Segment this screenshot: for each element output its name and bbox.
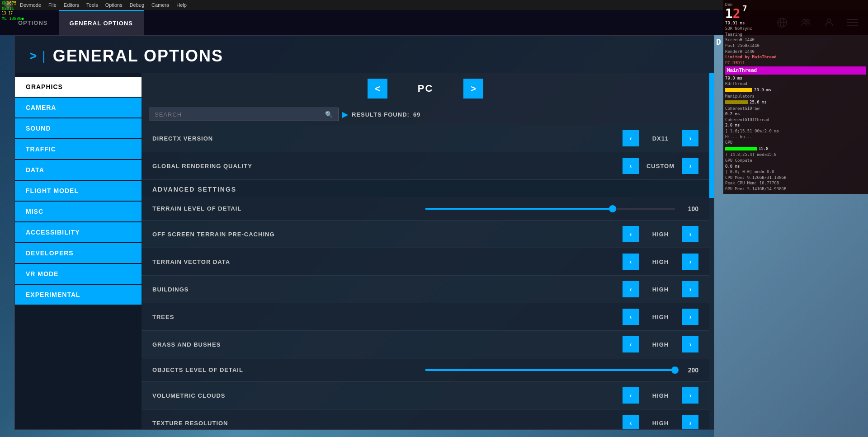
buildings-control: ‹ HIGH › bbox=[623, 281, 698, 297]
texture-label: TEXTURE RESOLUTION bbox=[152, 420, 623, 427]
setting-row-grass: GRASS AND BUSHES ‹ HIGH › bbox=[142, 331, 709, 358]
nav-tab-general-options[interactable]: GENERAL OPTIONS bbox=[59, 10, 144, 35]
scrollbar[interactable] bbox=[709, 73, 714, 429]
setting-row-rendering: GLOBAL RENDERING QUALITY ‹ CUSTOM › bbox=[142, 152, 709, 180]
offscreen-terrain-value: HIGH bbox=[642, 231, 679, 238]
objects-lod-slider-wrap[interactable]: 200 bbox=[425, 367, 698, 374]
objects-lod-value: 200 bbox=[680, 367, 698, 374]
buildings-value: HIGH bbox=[642, 286, 679, 293]
texture-control: ‹ HIGH › bbox=[623, 415, 698, 429]
terrain-lod-label: TERRAIN LEVEL OF DETAIL bbox=[152, 205, 425, 212]
terrain-lod-value: 100 bbox=[680, 205, 698, 212]
menu-editors[interactable]: Editors bbox=[64, 2, 79, 8]
sidebar-item-accessibility[interactable]: ACCESSIBILITY bbox=[15, 222, 142, 242]
svg-point-0 bbox=[5, 2, 11, 8]
perf-overlay: Den 12 7 79.01 ms SDR NoVsync Tearing Sc… bbox=[723, 0, 868, 194]
sidebar-item-vr-mode[interactable]: VR MODE bbox=[15, 264, 142, 284]
clouds-prev-btn[interactable]: ‹ bbox=[623, 387, 639, 404]
menu-devmode[interactable]: Devmode bbox=[20, 2, 41, 8]
terrain-vector-label: TERRAIN VECTOR DATA bbox=[152, 258, 623, 265]
terrain-vector-control: ‹ HIGH › bbox=[623, 254, 698, 270]
grass-control: ‹ HIGH › bbox=[623, 336, 698, 352]
panel-body: GRAPHICS CAMERA SOUND TRAFFIC DATA FLIGH… bbox=[15, 73, 714, 429]
trees-label: TREES bbox=[152, 314, 623, 320]
sidebar-item-data[interactable]: DATA bbox=[15, 160, 142, 180]
results-count: 69 bbox=[413, 111, 420, 118]
directx-control: ‹ DX11 › bbox=[623, 130, 698, 146]
grass-value: HIGH bbox=[642, 341, 679, 348]
setting-row-directx: DIRECTX VERSION ‹ DX11 › bbox=[142, 125, 709, 152]
menu-debug[interactable]: Debug bbox=[130, 2, 144, 8]
nav-tab-options[interactable]: OPTIONS bbox=[7, 10, 59, 35]
clouds-label: VOLUMETRIC CLOUDS bbox=[152, 392, 623, 399]
menu-camera[interactable]: Camera bbox=[151, 2, 169, 8]
sidebar-item-graphics[interactable]: GRAPHICS bbox=[15, 77, 142, 97]
sidebar-item-flight-model[interactable]: FLIGHT MODEL bbox=[15, 181, 142, 201]
buildings-prev-btn[interactable]: ‹ bbox=[623, 281, 639, 297]
sidebar-item-sound[interactable]: SOUND bbox=[15, 118, 142, 138]
platform-prev-btn[interactable]: < bbox=[368, 79, 387, 99]
clouds-next-btn[interactable]: › bbox=[682, 387, 698, 404]
objects-lod-track[interactable] bbox=[425, 369, 675, 371]
menu-help[interactable]: Help bbox=[176, 2, 187, 8]
setting-row-buildings: BUILDINGS ‹ HIGH › bbox=[142, 276, 709, 303]
sidebar-item-misc[interactable]: MISC bbox=[15, 202, 142, 221]
rendering-next-btn[interactable]: › bbox=[682, 158, 698, 174]
rendering-prev-btn[interactable]: ‹ bbox=[623, 158, 639, 174]
setting-row-texture: TEXTURE RESOLUTION ‹ HIGH › bbox=[142, 409, 709, 429]
sidebar-item-camera[interactable]: CAMERA bbox=[15, 98, 142, 117]
trees-value: HIGH bbox=[642, 314, 679, 320]
sidebar: GRAPHICS CAMERA SOUND TRAFFIC DATA FLIGH… bbox=[15, 73, 142, 429]
terrain-lod-track[interactable] bbox=[425, 208, 675, 210]
offscreen-terrain-next-btn[interactable]: › bbox=[682, 226, 698, 242]
trees-prev-btn[interactable]: ‹ bbox=[623, 309, 639, 325]
results-label: RESULTS FOUND: bbox=[352, 111, 410, 118]
app-logo bbox=[4, 0, 13, 9]
setting-row-terrain-lod: TERRAIN LEVEL OF DETAIL 100 bbox=[142, 197, 709, 221]
trees-control: ‹ HIGH › bbox=[623, 309, 698, 325]
sidebar-item-experimental[interactable]: EXPERIMENTAL bbox=[15, 285, 142, 305]
setting-row-objects-lod: OBJECTS LEVEL OF DETAIL 200 bbox=[142, 358, 709, 382]
settings-list[interactable]: DIRECTX VERSION ‹ DX11 › GLOBAL RENDERIN… bbox=[142, 125, 709, 429]
clouds-control: ‹ HIGH › bbox=[623, 387, 698, 404]
grass-next-btn[interactable]: › bbox=[682, 336, 698, 352]
terrain-vector-next-btn[interactable]: › bbox=[682, 254, 698, 270]
sidebar-item-developers[interactable]: DEVELOPERS bbox=[15, 243, 142, 263]
main-content: > | GENERAL OPTIONS GRAPHICS CAMERA SOUN… bbox=[14, 35, 714, 430]
search-input[interactable] bbox=[155, 111, 321, 118]
trees-next-btn[interactable]: › bbox=[682, 309, 698, 325]
objects-lod-label: OBJECTS LEVEL OF DETAIL bbox=[152, 367, 425, 373]
advanced-label: ADVANCED SETTINGS bbox=[152, 186, 236, 193]
texture-next-btn[interactable]: › bbox=[682, 415, 698, 429]
platform-name: PC bbox=[398, 83, 453, 94]
grass-prev-btn[interactable]: ‹ bbox=[623, 336, 639, 352]
platform-selector: < PC > bbox=[142, 73, 709, 104]
scrollbar-thumb[interactable] bbox=[709, 73, 714, 198]
texture-prev-btn[interactable]: ‹ bbox=[623, 415, 639, 429]
rendering-label: GLOBAL RENDERING QUALITY bbox=[152, 163, 623, 169]
menu-options[interactable]: Options bbox=[105, 2, 123, 8]
terrain-vector-prev-btn[interactable]: ‹ bbox=[623, 254, 639, 270]
settings-panel: < PC > 🔍 ▶ RESULTS FOUND: 69 bbox=[142, 73, 709, 429]
search-input-wrap[interactable]: 🔍 bbox=[149, 108, 339, 121]
offscreen-terrain-prev-btn[interactable]: ‹ bbox=[623, 226, 639, 242]
offscreen-terrain-control: ‹ HIGH › bbox=[623, 226, 698, 242]
menu-file[interactable]: File bbox=[48, 2, 57, 8]
setting-row-trees: TREES ‹ HIGH › bbox=[142, 303, 709, 331]
terrain-lod-slider-wrap[interactable]: 100 bbox=[425, 205, 698, 212]
results-arrow: ▶ bbox=[342, 110, 348, 119]
offscreen-terrain-label: OFF SCREEN TERRAIN PRE-CACHING bbox=[152, 231, 623, 238]
setting-row-offscreen-terrain: OFF SCREEN TERRAIN PRE-CACHING ‹ HIGH › bbox=[142, 221, 709, 248]
search-icon: 🔍 bbox=[325, 111, 333, 118]
menu-tools[interactable]: Tools bbox=[86, 2, 98, 8]
setting-row-clouds: VOLUMETRIC CLOUDS ‹ HIGH › bbox=[142, 382, 709, 409]
buildings-next-btn[interactable]: › bbox=[682, 281, 698, 297]
directx-prev-btn[interactable]: ‹ bbox=[623, 130, 639, 146]
options-panel: > | GENERAL OPTIONS GRAPHICS CAMERA SOUN… bbox=[14, 35, 714, 430]
sidebar-item-traffic[interactable]: TRAFFIC bbox=[15, 139, 142, 159]
rendering-control: ‹ CUSTOM › bbox=[623, 158, 698, 174]
platform-next-btn[interactable]: > bbox=[463, 79, 483, 99]
terrain-vector-value: HIGH bbox=[642, 258, 679, 265]
clouds-value: HIGH bbox=[642, 392, 679, 399]
directx-next-btn[interactable]: › bbox=[682, 130, 698, 146]
